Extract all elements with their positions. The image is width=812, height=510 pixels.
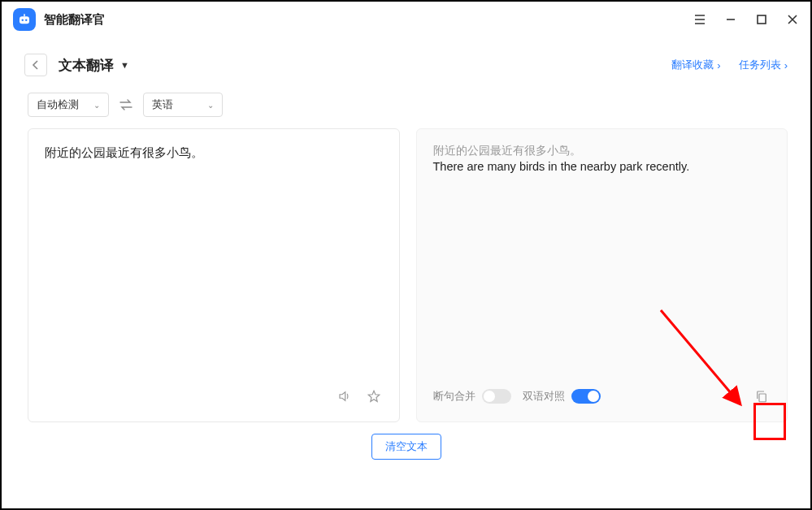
speaker-icon (337, 389, 352, 404)
clear-row: 清空文本 (2, 422, 810, 460)
star-icon (367, 389, 381, 404)
toolbar: 文本翻译 ▼ 翻译收藏 › 任务列表 › (2, 37, 810, 83)
app-title: 智能翻译官 (44, 12, 105, 28)
input-panel: 附近的公园最近有很多小鸟。 (28, 128, 400, 422)
chevron-down-icon: ⌄ (93, 101, 100, 110)
tasks-link[interactable]: 任务列表 › (739, 58, 788, 72)
favorites-link[interactable]: 翻译收藏 › (671, 58, 720, 72)
chevron-right-icon: › (717, 59, 720, 71)
favorite-button[interactable] (365, 387, 383, 405)
swap-languages-button[interactable] (115, 94, 137, 115)
maximize-icon[interactable] (752, 10, 771, 29)
target-language-label: 英语 (152, 97, 173, 112)
segment-merge-group: 断句合并 (433, 389, 511, 404)
toolbar-right: 翻译收藏 › 任务列表 › (671, 58, 788, 72)
favorites-label: 翻译收藏 (671, 58, 714, 72)
main-panels: 附近的公园最近有很多小鸟。 附近的公园最近有很多小鸟。 There are ma… (2, 123, 810, 422)
minimize-icon[interactable] (721, 10, 740, 29)
mode-label: 文本翻译 (59, 56, 114, 75)
speak-input-button[interactable] (336, 387, 354, 405)
mode-selector[interactable]: 文本翻译 ▼ (59, 56, 129, 75)
speak-output-button[interactable] (723, 387, 741, 405)
robot-icon (17, 12, 32, 27)
chevron-right-icon: › (784, 59, 788, 71)
svg-rect-5 (759, 394, 766, 402)
hamburger-icon[interactable] (690, 10, 710, 29)
chevron-down-icon: ⌄ (207, 101, 214, 110)
speaker-icon (725, 389, 740, 404)
copy-output-button[interactable] (753, 387, 771, 405)
tasks-label: 任务列表 (739, 58, 781, 72)
title-bar: 智能翻译官 (2, 2, 810, 37)
svg-rect-0 (20, 16, 29, 24)
window-controls (690, 10, 802, 29)
bilingual-group: 双语对照 (523, 389, 601, 404)
app-logo (13, 8, 36, 31)
output-translation-text: There are many birds in the nearby park … (433, 160, 771, 173)
back-button[interactable] (24, 54, 47, 76)
output-panel: 附近的公园最近有很多小鸟。 There are many birds in th… (416, 128, 788, 422)
segment-merge-toggle[interactable] (482, 389, 511, 404)
source-language-select[interactable]: 自动检测 ⌄ (28, 93, 109, 117)
target-language-select[interactable]: 英语 ⌄ (143, 93, 223, 117)
input-text[interactable]: 附近的公园最近有很多小鸟。 (45, 144, 383, 386)
svg-point-2 (25, 19, 27, 21)
bilingual-label: 双语对照 (523, 390, 565, 404)
chevron-left-icon (31, 60, 41, 70)
close-icon[interactable] (783, 10, 802, 29)
output-source-text: 附近的公园最近有很多小鸟。 (433, 144, 771, 158)
bilingual-toggle[interactable] (571, 389, 601, 404)
svg-rect-3 (24, 14, 25, 16)
caret-down-icon: ▼ (120, 60, 129, 70)
input-footer (45, 386, 383, 407)
svg-rect-4 (758, 15, 766, 24)
output-footer: 断句合并 双语对照 (433, 386, 771, 407)
output-content: 附近的公园最近有很多小鸟。 There are many birds in th… (433, 144, 771, 386)
segment-merge-label: 断句合并 (433, 390, 475, 404)
language-row: 自动检测 ⌄ 英语 ⌄ (2, 83, 810, 123)
source-language-label: 自动检测 (37, 97, 79, 112)
copy-icon (754, 389, 769, 404)
clear-text-button[interactable]: 清空文本 (371, 434, 441, 460)
swap-icon (119, 99, 133, 110)
svg-point-1 (22, 19, 24, 21)
